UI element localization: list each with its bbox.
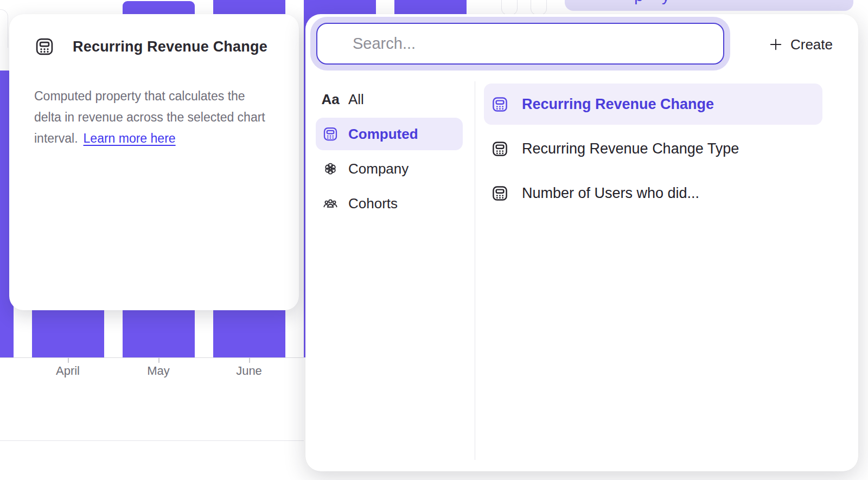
create-button[interactable]: Create <box>757 30 844 59</box>
month-tick <box>68 357 69 363</box>
month-label: June <box>236 364 262 378</box>
property-picker-panel: Create Aa All Co <box>305 14 858 471</box>
result-row-recurring-revenue-change[interactable]: Recurring Revenue Change <box>484 84 822 125</box>
month-tick <box>158 357 159 363</box>
month-label: April <box>56 364 80 378</box>
top-right-chip[interactable]: py <box>565 0 853 11</box>
result-row-recurring-revenue-change-type[interactable]: Recurring Revenue Change Type <box>484 128 822 169</box>
chip-partial-text: py <box>634 0 688 5</box>
learn-more-link[interactable]: Learn more here <box>84 131 176 145</box>
calculator-icon <box>491 140 509 158</box>
lower-grid-line <box>0 440 304 441</box>
plus-icon <box>769 37 783 52</box>
filter-item-cohorts[interactable]: Cohorts <box>316 187 463 220</box>
filter-item-all[interactable]: Aa All <box>316 83 463 116</box>
search-input[interactable] <box>316 23 724 65</box>
filter-item-computed[interactable]: Computed <box>316 118 463 150</box>
text-aa-icon: Aa <box>321 91 340 107</box>
company-cluster-icon <box>321 161 340 177</box>
tooltip-card: Recurring Revenue Change Computed proper… <box>9 14 299 310</box>
calculator-icon <box>34 36 55 57</box>
calculator-icon <box>321 126 340 142</box>
cohorts-people-icon <box>321 195 340 212</box>
filter-item-company[interactable]: Company <box>316 152 463 185</box>
underlying-card-corner <box>531 0 547 15</box>
filter-list: Aa All Computed <box>316 83 463 222</box>
create-label: Create <box>790 36 833 53</box>
vertical-divider <box>475 81 475 460</box>
result-row-number-of-users[interactable]: Number of Users who did... <box>484 172 822 214</box>
tooltip-header: Recurring Revenue Change <box>34 36 267 57</box>
tooltip-title: Recurring Revenue Change <box>73 39 267 55</box>
x-axis-line <box>0 357 304 358</box>
tooltip-description: Computed property that calculates the de… <box>34 86 289 149</box>
underlying-card-corner <box>501 0 518 15</box>
calculator-icon <box>491 184 509 202</box>
month-tick <box>249 357 250 363</box>
calculator-icon <box>491 95 509 113</box>
screen: AprilMayJune py Recurring Revenue Change <box>0 0 868 480</box>
results-list: Recurring Revenue Change Recurring Reven… <box>484 84 822 217</box>
underlying-card-corner <box>0 9 8 48</box>
month-label: May <box>147 364 170 378</box>
